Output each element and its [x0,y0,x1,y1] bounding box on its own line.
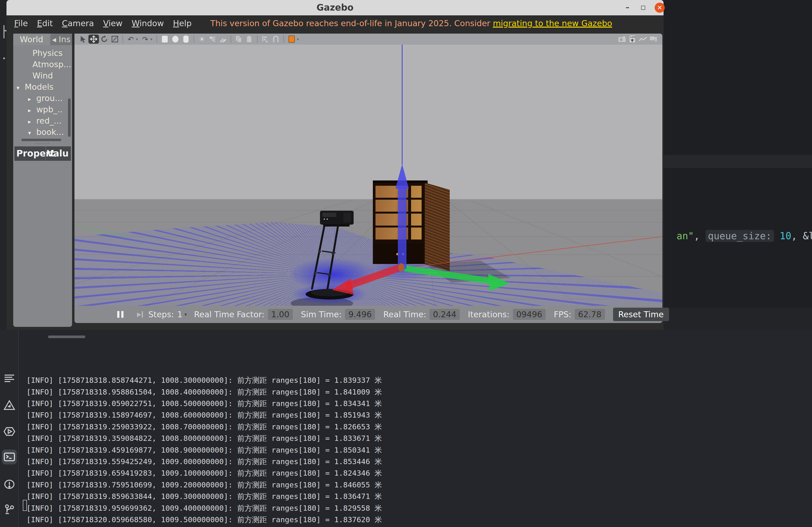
tree-expand-icon[interactable]: ▾ [28,127,36,138]
rtf-value: 1.00 [268,309,293,320]
menu-item[interactable]: Window [130,18,166,28]
tree-item[interactable]: Wind [13,70,72,81]
log-line: [INFO] [1758718318.858744271, 1008.30000… [26,374,382,386]
reset-time-button[interactable]: Reset Time [613,308,669,321]
world-tree: Physics Atmosp... Wind ▾Models ▸grou... [13,47,72,138]
insert-cylinder-icon[interactable] [181,34,191,44]
pause-button[interactable] [117,311,124,318]
terminal-icon[interactable] [2,450,17,464]
toolbar-separator [231,35,231,43]
tree-item[interactable]: Physics [13,47,72,59]
tree-expand-icon[interactable]: ▾ [17,82,25,93]
tree-item[interactable]: ▾book... [13,126,72,138]
steps-caret-icon[interactable]: ▾ [185,312,187,317]
rotate-tool-icon[interactable] [99,34,110,44]
log-line: [INFO] [1758718319.158974697, 1008.60000… [26,409,382,421]
run-hexagon-icon[interactable] [2,424,17,439]
plot-icon[interactable] [638,34,648,44]
x-axis-arrow [346,267,401,287]
view-angle-caret-icon[interactable]: ▾ [297,37,301,42]
terminal-scrollbar[interactable] [48,335,85,338]
snap-magnet-icon[interactable] [271,34,281,44]
log-line: [INFO] [1758718319.659419283, 1009.10000… [26,467,382,479]
tree-item[interactable]: ▾Models [13,81,72,93]
window-title: Gazebo [6,0,664,15]
toolbar-separator [257,35,258,43]
world-y-axis-line [74,225,126,237]
title-bar[interactable]: Gazebo – ◻ ✕ [6,0,664,15]
toolbar-separator [284,35,284,43]
tree-expand-icon[interactable]: ▸ [28,94,36,104]
iterations-label: Iterations: [468,310,509,319]
directional-light-icon[interactable] [218,34,228,44]
issues-icon[interactable] [2,477,17,492]
tab-insert[interactable]: ◂ Ins [50,34,72,45]
view-angle-cube-icon[interactable] [286,34,297,44]
steps-label: Steps: [148,310,174,319]
steps-value[interactable]: 1 [177,310,183,319]
fps-label: FPS: [554,310,571,319]
minimize-button[interactable]: – [620,0,635,15]
menu-lines-icon[interactable] [2,371,17,386]
menu-item[interactable]: Camera [60,18,96,28]
terminal-cursor [23,500,27,511]
point-light-icon[interactable]: ☀ [197,34,207,44]
insert-box-icon[interactable] [160,34,170,44]
partial-glyph [3,25,4,39]
select-tool-icon[interactable] [78,34,88,44]
svg-text:LOG: LOG [630,36,635,39]
menu-item[interactable]: View [101,18,125,28]
tree-expand-icon[interactable]: ▸ [28,116,36,126]
code-segment: an" [677,230,694,241]
menu-item[interactable]: Help [171,18,194,28]
menu-item[interactable]: Edit [35,18,55,28]
undo-caret-icon[interactable]: ▾ [136,37,140,42]
property-column-header[interactable]: Propert [14,146,45,161]
git-branch-icon[interactable] [2,502,17,517]
code-segment: &lidar_ [803,230,812,241]
value-column-header[interactable]: Valu [46,146,69,161]
translate-tool-icon[interactable] [88,34,99,44]
viewport-3d[interactable] [74,45,662,306]
tree-item[interactable]: ▸grou... [13,93,72,104]
warning-triangle-icon[interactable] [2,398,17,412]
step-button[interactable]: ▶ [137,311,143,318]
copy-icon[interactable] [233,34,244,44]
gazebo-window: Gazebo – ◻ ✕ FileEditCameraViewWindowHel… [6,0,664,330]
code-segment: , [694,230,705,241]
tree-item[interactable]: ▸red_... [13,115,72,126]
tree-item[interactable]: ▸wpb_.. [13,104,72,115]
eol-migrate-link[interactable]: migrating to the new Gazebo [493,18,612,28]
menu-item[interactable]: File [12,18,30,28]
screenshot-camera-icon[interactable] [617,34,627,44]
real-time-label: Real Time: [383,310,426,319]
spot-light-icon[interactable] [207,34,218,44]
scale-tool-icon[interactable] [110,34,120,44]
terminal-panel[interactable]: [INFO] [1758718318.858744271, 1008.30000… [0,330,812,527]
paste-icon[interactable] [244,34,255,44]
tab-world[interactable]: World [13,34,50,45]
code-segment: queue_size: [706,230,774,242]
eol-warning-text: This version of Gazebo reaches end-of-li… [210,18,612,28]
iterations-value: 09496 [513,309,546,320]
fps-value: 62.78 [575,309,605,320]
close-button[interactable]: ✕ [655,3,665,13]
panel-splitter-handle[interactable]: ······ [13,141,72,146]
background-strip [0,0,6,330]
redo-icon[interactable]: ↷ [140,34,150,44]
maximize-button[interactable]: ◻ [636,0,650,15]
code-segment: , [791,230,803,241]
tree-item-label: book... [36,127,64,137]
align-icon[interactable] [260,34,271,44]
axis-origin [398,263,404,271]
undo-icon[interactable]: ↶ [126,34,136,44]
render-viewport: ↶▾ ↷▾ ☀ [74,34,662,306]
tree-expand-icon[interactable]: ▸ [28,105,36,115]
tree-item[interactable]: Atmosp... [13,59,72,70]
log-record-icon[interactable]: LOG [627,34,638,44]
redo-caret-icon[interactable]: ▾ [150,37,154,42]
simulation-status-bar: ▶ Steps: 1 ▾ Real Time Factor: 1.00 Sim … [74,306,662,323]
video-record-icon[interactable] [648,34,659,44]
tree-vertical-scrollbar[interactable] [68,99,71,137]
insert-sphere-icon[interactable] [170,34,181,44]
